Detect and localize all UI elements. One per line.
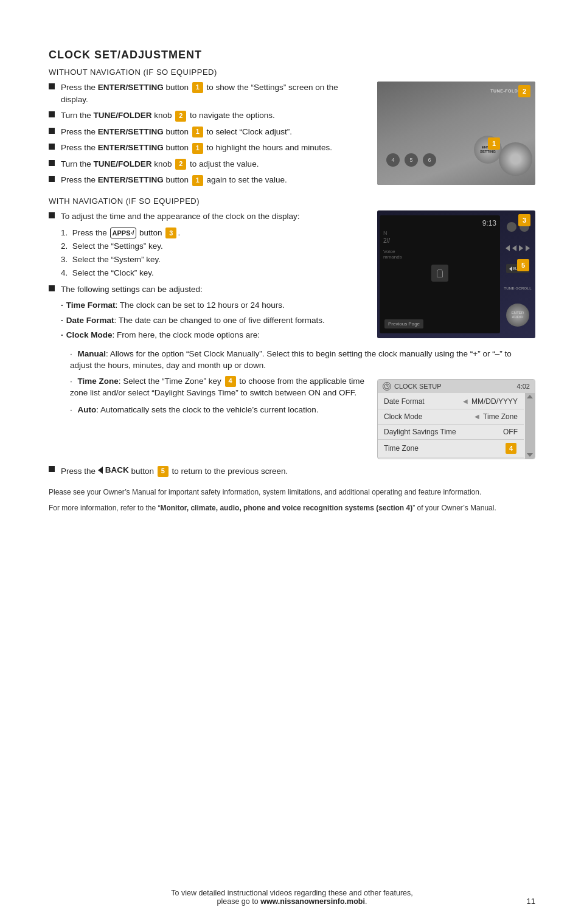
mic-shape bbox=[437, 269, 443, 277]
badge-1d: 1 bbox=[192, 175, 203, 186]
prev-icon2 bbox=[512, 245, 516, 251]
sub-bullet-3: Clock Mode: From here, the clock mode op… bbox=[61, 329, 365, 341]
bullet6-bold: ENTER/SETTING bbox=[98, 175, 164, 184]
sub1-label: Time Format bbox=[66, 300, 116, 310]
overlay-badge-1: 1 bbox=[488, 137, 500, 150]
list-item-1: Press the ENTER/SETTING button 1 to show… bbox=[49, 82, 365, 105]
bullet2-text: Turn the TUNE/FOLDER knob 2 to navigate … bbox=[61, 109, 275, 122]
footer-line1: To view detailed instructional videos re… bbox=[0, 889, 584, 897]
list-item-2: Turn the TUNE/FOLDER knob 2 to navigate … bbox=[49, 109, 365, 122]
list-item-4: Press the ENTER/SETTING button 1 to high… bbox=[49, 142, 365, 154]
footer-text3: . bbox=[365, 897, 367, 906]
image1-container: TUNE-FOLDER 4 5 6 ENTERSETTING 2 bbox=[377, 82, 535, 190]
back-bullet-text: Press the BACK button 5 to return to the… bbox=[61, 464, 288, 477]
clock-rows: Date Format ◀ MM/DD/YYYY Clock Mode ◀ Ti… bbox=[378, 393, 535, 459]
bullet-square-back bbox=[49, 466, 55, 472]
clock-row1-label: Date Format bbox=[384, 397, 425, 406]
next-icon2 bbox=[526, 245, 530, 251]
right-panel: BACK TUNE-SCROLL ENTERAUDIO bbox=[500, 210, 535, 338]
icon-circle-1 bbox=[507, 222, 516, 232]
subsub1-colon: : Allows for the option “Set Clock Manua… bbox=[70, 349, 512, 370]
section1-text: Press the ENTER/SETTING button 1 to show… bbox=[49, 82, 365, 190]
back-end: to return to the previous screen. bbox=[170, 467, 288, 476]
bullet-square-nav2 bbox=[49, 285, 55, 291]
badge-5b: 5 bbox=[158, 466, 169, 477]
note2-pre: For more information, refer to the “ bbox=[49, 504, 160, 512]
bullet-square-6 bbox=[49, 176, 55, 182]
nav-steps: 1. Press the APPS·i button 3. 2. Select … bbox=[49, 227, 365, 280]
note2-post: ” of your Owner’s Manual. bbox=[412, 504, 496, 512]
prev-page-btn: Previous Page bbox=[384, 319, 423, 328]
clock-row-2: Clock Mode ◀ Time Zone bbox=[378, 409, 524, 425]
tune-scroll-label: TUNE-SCROLL bbox=[504, 287, 532, 290]
clock-setup-ui: CLOCK SETUP 4:02 Date Format ◀ MM/DD/YYY… bbox=[377, 379, 535, 459]
badge-3a: 3 bbox=[165, 228, 176, 238]
clock-header-left: CLOCK SETUP bbox=[383, 382, 442, 391]
clock-row4-label: Time Zone bbox=[384, 444, 419, 453]
image2-sim: 9:13 N 2// Voicemmands Previous Page bbox=[377, 210, 535, 338]
back-bullet-item: Press the BACK button 5 to return to the… bbox=[49, 464, 535, 477]
sub3-colon: : From here, the clock mode options are: bbox=[113, 330, 260, 339]
nav-step-4: 4. Select the “Clock” key. bbox=[61, 267, 365, 279]
bullet3-bold: ENTER/SETTING bbox=[98, 127, 164, 136]
bullet-list-1: Press the ENTER/SETTING button 1 to show… bbox=[49, 82, 365, 186]
apps-i: i bbox=[133, 228, 134, 237]
clock-text-col: Time Zone: Select the “Time Zone” key 4 … bbox=[49, 375, 365, 423]
bullet-square-4 bbox=[49, 144, 55, 150]
clock-row-4: Time Zone 4 bbox=[378, 440, 524, 457]
image2-container: 9:13 N 2// Voicemmands Previous Page bbox=[377, 210, 535, 344]
clock-header-time: 4:02 bbox=[517, 383, 530, 390]
subsub-bullet-2: Time Zone: Select the “Time Zone” key 4 … bbox=[70, 375, 365, 399]
clock-row-3: Daylight Savings Time OFF bbox=[378, 425, 524, 440]
back-btn-inline: BACK bbox=[98, 464, 129, 476]
note2-bold: Monitor, climate, audio, phone and voice… bbox=[160, 504, 412, 512]
overlay-badge-2: 2 bbox=[518, 85, 530, 97]
bullet-list-2: To adjust the time and the appearance of… bbox=[49, 210, 365, 223]
section2-label: WITH NAVIGATION (if so equipped) bbox=[49, 196, 535, 206]
enter-audio-knob: ENTERAUDIO bbox=[506, 304, 529, 327]
section1-content: Press the ENTER/SETTING button 1 to show… bbox=[49, 82, 535, 190]
number-buttons: 4 5 6 bbox=[386, 153, 436, 167]
screen-time: 9:13 bbox=[383, 219, 496, 228]
nav-bullet-1: To adjust the time and the appearance of… bbox=[49, 210, 365, 223]
scroll-bar bbox=[525, 393, 535, 459]
image1: TUNE-FOLDER 4 5 6 ENTERSETTING 2 bbox=[377, 82, 535, 185]
clock-row3-label: Daylight Savings Time bbox=[384, 428, 456, 436]
screen-text-2: 2// bbox=[383, 237, 496, 244]
clock-row4-value: 4 bbox=[504, 443, 518, 454]
clock-row2-label: Clock Mode bbox=[384, 412, 422, 421]
sub-bullet-1: Time Format: The clock can be set to 12 … bbox=[61, 299, 365, 311]
sub-bullet-2: Date Format: The date can be changed to … bbox=[61, 314, 365, 327]
screen-voice: Voicemmands bbox=[383, 249, 496, 260]
list-item-3: Press the ENTER/SETTING button 1 to sele… bbox=[49, 126, 365, 138]
subsub2-label: Time Zone bbox=[78, 377, 119, 386]
clock-row2-arrow-left: ◀ bbox=[474, 413, 479, 420]
scroll-up-arrow bbox=[527, 395, 533, 398]
bullet6-text: Press the ENTER/SETTING button 1 again t… bbox=[61, 174, 287, 186]
footer-text2: please go to bbox=[217, 897, 261, 906]
badge-1c: 1 bbox=[192, 143, 203, 154]
bullet4-text: Press the ENTER/SETTING button 1 to high… bbox=[61, 142, 332, 154]
subsub-bullets: Manual: Allows for the option “Set Clock… bbox=[49, 348, 535, 372]
footer-url: www.nissanownersinfo.mobi bbox=[260, 897, 365, 906]
bullet2-bold: TUNE/FOLDER bbox=[94, 111, 152, 120]
image1-sim: TUNE-FOLDER 4 5 6 ENTERSETTING 2 bbox=[377, 82, 535, 185]
list-item-6: Press the ENTER/SETTING button 1 again t… bbox=[49, 174, 365, 186]
clock-row1-val: MM/DD/YYYY bbox=[471, 397, 518, 406]
nav-step-2: 2. Select the “Settings” key. bbox=[61, 240, 365, 252]
page-number: 11 bbox=[527, 897, 535, 906]
clock-row2-value: ◀ Time Zone bbox=[474, 412, 518, 421]
note-2: For more information, refer to the “Moni… bbox=[49, 502, 535, 513]
bullet3-text: Press the ENTER/SETTING button 1 to sele… bbox=[61, 126, 292, 138]
subsub3-label: Auto bbox=[78, 405, 97, 414]
bullet1-bold: ENTER/SETTING bbox=[98, 83, 164, 92]
nav-bullet-2: The following settings can be adjusted: bbox=[49, 283, 365, 296]
clock-row1-arrow-left: ◀ bbox=[463, 398, 468, 405]
subsub-bullet-1: Manual: Allows for the option “Set Clock… bbox=[70, 348, 535, 372]
footer: To view detailed instructional videos re… bbox=[0, 889, 584, 906]
badge-4b: 4 bbox=[506, 443, 516, 454]
badge-2a: 2 bbox=[175, 111, 186, 122]
back-arrow-sim bbox=[509, 266, 512, 271]
apps-badge: APPS·i bbox=[110, 228, 137, 239]
nav-step-3: 3. Select the “System” key. bbox=[61, 254, 365, 266]
